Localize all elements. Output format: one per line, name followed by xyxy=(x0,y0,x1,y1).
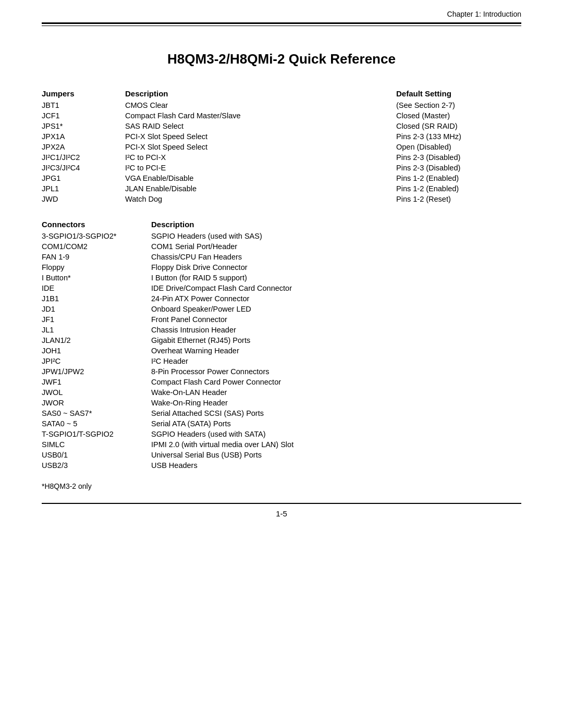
jumper-name: JPX1A xyxy=(42,132,125,141)
connector-description: Compact Flash Card Power Connector xyxy=(151,378,521,386)
connector-name: J1B1 xyxy=(42,294,151,303)
connector-name: T-SGPIO1/T-SGPIO2 xyxy=(42,430,151,438)
jumper-name: JPX2A xyxy=(42,143,125,151)
page-title: H8QM3-2/H8QMi-2 Quick Reference xyxy=(42,51,521,67)
connector-name: JPW1/JPW2 xyxy=(42,367,151,376)
page-number: 1-5 xyxy=(42,509,521,518)
list-item: COM1/COM2COM1 Serial Port/Header xyxy=(42,242,521,251)
list-item: SAS0 ~ SAS7*Serial Attached SCSI (SAS) P… xyxy=(42,409,521,417)
jumper-default: Open (Disabled) xyxy=(396,143,521,151)
connector-description: Overheat Warning Header xyxy=(151,347,521,355)
jumper-description: PCI-X Slot Speed Select xyxy=(125,132,396,141)
list-item: JPW1/JPW28-Pin Processor Power Connector… xyxy=(42,367,521,376)
connector-name: JOH1 xyxy=(42,347,151,355)
table-row: JI²C3/JI²C4I²C to PCI-EPins 2-3 (Disable… xyxy=(42,164,521,172)
bottom-rule xyxy=(42,503,521,504)
connector-description: SGPIO Headers (used with SAS) xyxy=(151,232,521,240)
jumper-default: Closed (SR RAID) xyxy=(396,122,521,130)
jumper-default: Closed (Master) xyxy=(396,112,521,120)
table-row: JPX1APCI-X Slot Speed SelectPins 2-3 (13… xyxy=(42,132,521,141)
connector-name: USB0/1 xyxy=(42,451,151,459)
list-item: JWORWake-On-Ring Header xyxy=(42,399,521,407)
table-row: JWDWatch DogPins 1-2 (Reset) xyxy=(42,195,521,203)
connector-name: SAS0 ~ SAS7* xyxy=(42,409,151,417)
connector-description: I Button (for RAID 5 support) xyxy=(151,274,521,282)
connectors-header-row: Connectors Description xyxy=(42,220,521,229)
list-item: IDEIDE Drive/Compact Flash Card Connecto… xyxy=(42,284,521,292)
page-container: Chapter 1: Introduction H8QM3-2/H8QMi-2 … xyxy=(0,0,563,728)
list-item: JWF1Compact Flash Card Power Connector xyxy=(42,378,521,386)
jumper-description: SAS RAID Select xyxy=(125,122,396,130)
connectors-section: Connectors Description 3-SGPIO1/3-SGPIO2… xyxy=(42,220,521,470)
connectors-rows: 3-SGPIO1/3-SGPIO2*SGPIO Headers (used wi… xyxy=(42,232,521,470)
connector-description: Chassis/CPU Fan Headers xyxy=(151,253,521,261)
jumper-default: Pins 1-2 (Enabled) xyxy=(396,174,521,182)
jumper-default: Pins 2-3 (Disabled) xyxy=(396,164,521,172)
chapter-label: Chapter 1: Introduction xyxy=(447,10,521,18)
jumper-description: Compact Flash Card Master/Slave xyxy=(125,112,396,120)
connector-description: Universal Serial Bus (USB) Ports xyxy=(151,451,521,459)
table-row: JCF1Compact Flash Card Master/SlaveClose… xyxy=(42,112,521,120)
connector-description: 24-Pin ATX Power Connector xyxy=(151,294,521,303)
jumper-default: Pins 2-3 (133 MHz) xyxy=(396,132,521,141)
jumper-name: JBT1 xyxy=(42,101,125,109)
list-item: JWOLWake-On-LAN Header xyxy=(42,388,521,397)
list-item: FAN 1-9Chassis/CPU Fan Headers xyxy=(42,253,521,261)
connector-name: SATA0 ~ 5 xyxy=(42,419,151,428)
jumper-default: (See Section 2-7) xyxy=(396,101,521,109)
list-item: JF1Front Panel Connector xyxy=(42,315,521,324)
connector-description: Onboard Speaker/Power LED xyxy=(151,305,521,313)
jumper-description: I²C to PCI-E xyxy=(125,164,396,172)
connector-description: IPMI 2.0 (with virtual media over LAN) S… xyxy=(151,440,521,449)
list-item: I Button*I Button (for RAID 5 support) xyxy=(42,274,521,282)
list-item: JL1Chassis Intrusion Header xyxy=(42,326,521,334)
connector-name: 3-SGPIO1/3-SGPIO2* xyxy=(42,232,151,240)
description-col-header: Description xyxy=(125,89,396,98)
connector-name: JWOL xyxy=(42,388,151,397)
list-item: JD1Onboard Speaker/Power LED xyxy=(42,305,521,313)
list-item: T-SGPIO1/T-SGPIO2SGPIO Headers (used wit… xyxy=(42,430,521,438)
connector-description: Wake-On-Ring Header xyxy=(151,399,521,407)
list-item: USB2/3USB Headers xyxy=(42,461,521,470)
connector-name: USB2/3 xyxy=(42,461,151,470)
connector-name: SIMLC xyxy=(42,440,151,449)
top-rule-thin xyxy=(42,26,521,26)
jumper-name: JI²C1/JI²C2 xyxy=(42,153,125,162)
list-item: JLAN1/2Gigabit Ethernet (RJ45) Ports xyxy=(42,336,521,344)
jumper-name: JPS1* xyxy=(42,122,125,130)
connector-description: Floppy Disk Drive Connector xyxy=(151,263,521,272)
connector-description: Wake-On-LAN Header xyxy=(151,388,521,397)
connector-description: USB Headers xyxy=(151,461,521,470)
list-item: J1B124-Pin ATX Power Connector xyxy=(42,294,521,303)
jumper-default: Pins 1-2 (Enabled) xyxy=(396,184,521,193)
connector-name: JWOR xyxy=(42,399,151,407)
jumper-name: JPL1 xyxy=(42,184,125,193)
header-section: Chapter 1: Introduction xyxy=(42,0,521,20)
jumpers-header-row: Jumpers Description Default Setting xyxy=(42,89,521,98)
jumper-default: Pins 2-3 (Disabled) xyxy=(396,153,521,162)
connector-description: I²C Header xyxy=(151,357,521,365)
table-row: JBT1CMOS Clear(See Section 2-7) xyxy=(42,101,521,109)
table-row: JPG1VGA Enable/DisablePins 1-2 (Enabled) xyxy=(42,174,521,182)
connector-description: Chassis Intrusion Header xyxy=(151,326,521,334)
table-row: JPX2APCI-X Slot Speed SelectOpen (Disabl… xyxy=(42,143,521,151)
connector-name: JLAN1/2 xyxy=(42,336,151,344)
jumpers-rows: JBT1CMOS Clear(See Section 2-7)JCF1Compa… xyxy=(42,101,521,203)
jumper-name: JWD xyxy=(42,195,125,203)
connector-name: JWF1 xyxy=(42,378,151,386)
jumpers-section: Jumpers Description Default Setting JBT1… xyxy=(42,89,521,203)
connector-name: IDE xyxy=(42,284,151,292)
jumper-description: JLAN Enable/Disable xyxy=(125,184,396,193)
jumpers-col-header: Jumpers xyxy=(42,89,125,98)
jumper-default: Pins 1-2 (Reset) xyxy=(396,195,521,203)
connector-description: Gigabit Ethernet (RJ45) Ports xyxy=(151,336,521,344)
connector-name: JF1 xyxy=(42,315,151,324)
list-item: FloppyFloppy Disk Drive Connector xyxy=(42,263,521,272)
default-col-header: Default Setting xyxy=(396,89,521,98)
list-item: SIMLCIPMI 2.0 (with virtual media over L… xyxy=(42,440,521,449)
jumper-description: Watch Dog xyxy=(125,195,396,203)
table-row: JI²C1/JI²C2I²C to PCI-XPins 2-3 (Disable… xyxy=(42,153,521,162)
connector-name: I Button* xyxy=(42,274,151,282)
connector-description: Serial ATA (SATA) Ports xyxy=(151,419,521,428)
connector-description: SGPIO Headers (used with SATA) xyxy=(151,430,521,438)
